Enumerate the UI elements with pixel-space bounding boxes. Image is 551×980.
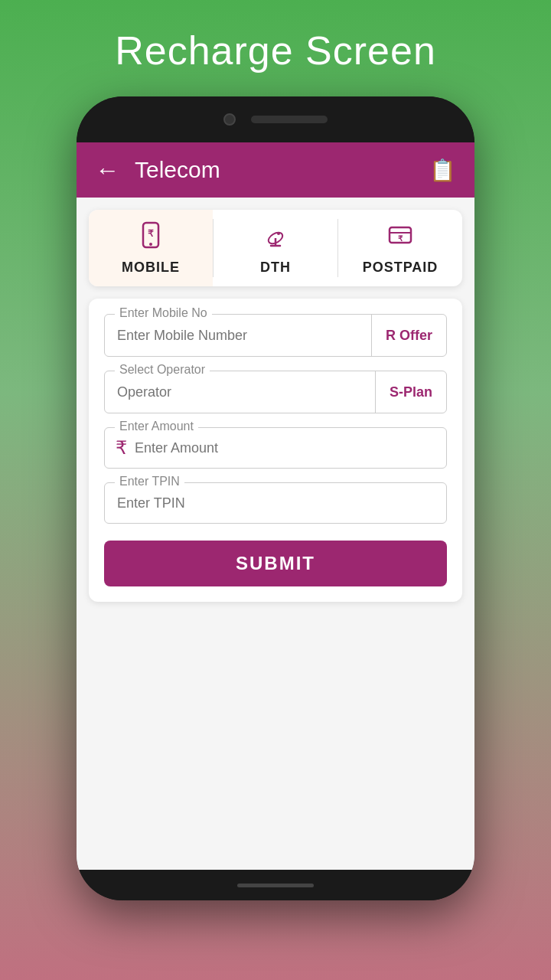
amount-field-group: Enter Amount ₹ bbox=[104, 427, 447, 469]
svg-text:₹: ₹ bbox=[148, 228, 154, 239]
tab-mobile[interactable]: ₹ MOBILE bbox=[89, 210, 213, 286]
amount-row: ₹ bbox=[104, 427, 447, 469]
camera bbox=[223, 113, 236, 126]
operator-label: Select Operator bbox=[115, 363, 210, 377]
tab-container: ₹ MOBILE D bbox=[89, 210, 462, 286]
amount-label: Enter Amount bbox=[115, 420, 198, 433]
tpin-label: Enter TPIN bbox=[115, 475, 184, 488]
tpin-input[interactable] bbox=[117, 495, 434, 511]
tab-postpaid[interactable]: ₹ POSTPAID bbox=[338, 210, 462, 286]
app-content: ₹ MOBILE D bbox=[77, 198, 474, 870]
tpin-row bbox=[104, 482, 447, 524]
phone-screen: ← Telecom 📋 ₹ MOBILE bbox=[77, 142, 474, 870]
phone-bottom bbox=[77, 870, 474, 900]
svg-point-1 bbox=[149, 243, 152, 246]
s-plan-button[interactable]: S-Plan bbox=[375, 371, 446, 413]
dth-tab-label: DTH bbox=[260, 260, 291, 276]
amount-input[interactable] bbox=[135, 440, 435, 456]
phone-shell: ← Telecom 📋 ₹ MOBILE bbox=[77, 96, 474, 900]
mobile-no-input[interactable] bbox=[105, 315, 371, 356]
postpaid-tab-icon: ₹ bbox=[386, 221, 414, 255]
r-offer-button[interactable]: R Offer bbox=[371, 315, 446, 356]
app-header: ← Telecom 📋 bbox=[77, 142, 474, 198]
back-button[interactable]: ← bbox=[95, 156, 119, 185]
mobile-no-field-group: Enter Mobile No R Offer bbox=[104, 314, 447, 357]
mobile-no-row: R Offer bbox=[104, 314, 447, 357]
header-title: Telecom bbox=[135, 157, 429, 183]
tpin-field-group: Enter TPIN bbox=[104, 482, 447, 524]
tab-dth[interactable]: DTH bbox=[214, 210, 337, 286]
operator-input[interactable] bbox=[105, 371, 375, 413]
header-clipboard-icon[interactable]: 📋 bbox=[429, 158, 456, 183]
form-card: Enter Mobile No R Offer Select Operator … bbox=[89, 299, 462, 602]
dth-tab-icon bbox=[262, 221, 289, 255]
phone-top bbox=[77, 96, 474, 142]
svg-text:₹: ₹ bbox=[398, 234, 403, 243]
operator-field-group: Select Operator S-Plan bbox=[104, 371, 447, 413]
home-indicator bbox=[237, 884, 314, 887]
rupee-icon: ₹ bbox=[116, 437, 127, 459]
page-title: Recharge Screen bbox=[115, 28, 436, 74]
mobile-no-label: Enter Mobile No bbox=[115, 306, 212, 320]
postpaid-tab-label: POSTPAID bbox=[363, 260, 439, 276]
submit-button[interactable]: SUBMIT bbox=[104, 541, 447, 586]
svg-point-6 bbox=[277, 232, 280, 235]
mobile-tab-label: MOBILE bbox=[122, 260, 180, 276]
speaker bbox=[251, 116, 328, 123]
mobile-tab-icon: ₹ bbox=[137, 221, 165, 255]
operator-row: S-Plan bbox=[104, 371, 447, 413]
